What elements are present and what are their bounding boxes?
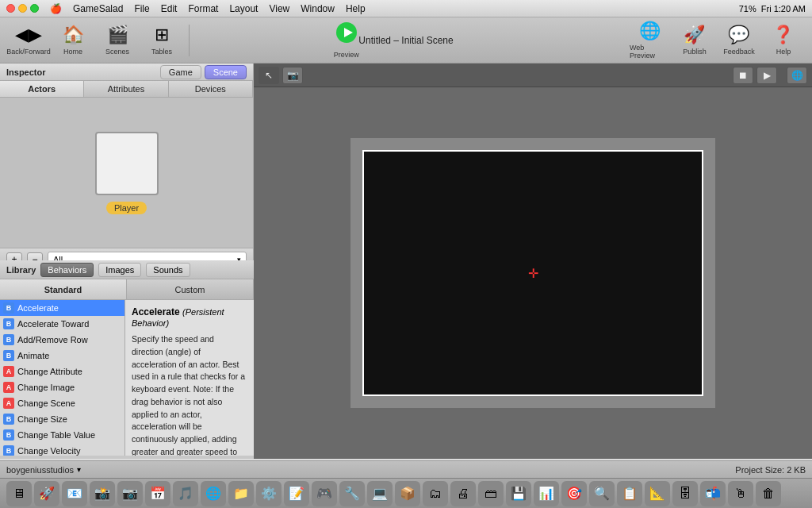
stop-button[interactable]: ⏹ (733, 67, 753, 84)
globe-button[interactable]: 🌐 (787, 67, 807, 84)
scene-area[interactable]: ✛ (254, 87, 812, 459)
tab-game[interactable]: Game (160, 65, 201, 79)
behavior-name: Change Table Value (17, 430, 95, 440)
gamesalad-menu[interactable]: GameSalad (73, 3, 123, 14)
behavior-icon-b: B (3, 318, 14, 329)
dock-app26[interactable]: 📬 (700, 481, 726, 506)
tab-sounds[interactable]: Sounds (146, 263, 190, 277)
tables-button[interactable]: ⊞ Tables (141, 21, 182, 60)
actor-area: Player (0, 98, 253, 248)
publish-icon: 🚀 (684, 25, 705, 45)
library-panel: Library Behaviors Images Sounds Standard… (0, 260, 254, 459)
maximize-button[interactable] (30, 4, 39, 13)
behavior-icon-b: B (3, 302, 14, 314)
dock-app18[interactable]: 🗃 (478, 481, 504, 506)
tab-devices[interactable]: Devices (169, 81, 253, 97)
dock-app5[interactable]: 📷 (117, 481, 143, 506)
home-label: Home (63, 48, 82, 56)
tab-behaviors[interactable]: Behaviors (40, 263, 94, 277)
dock-app12[interactable]: 🎮 (312, 481, 337, 506)
behavior-name: Change Velocity (17, 446, 81, 456)
web-preview-icon: 🌐 (639, 21, 661, 41)
behavior-detail-body: Specify the speed and direction (angle) … (132, 333, 247, 456)
tab-custom[interactable]: Custom (127, 279, 254, 299)
dock-app9[interactable]: 📁 (228, 481, 254, 506)
traffic-lights (6, 4, 39, 13)
behavior-change-table-value[interactable]: B Change Table Value (0, 427, 124, 443)
window-title: Untitled – Initial Scene (358, 35, 453, 46)
format-menu[interactable]: Format (188, 3, 218, 14)
behavior-add-remove-row[interactable]: B Add/Remove Row (0, 332, 124, 348)
behavior-change-attribute[interactable]: A Change Attribute (0, 364, 124, 379)
publish-button[interactable]: 🚀 Publish (674, 21, 715, 60)
dock-app6[interactable]: 📅 (145, 481, 170, 506)
home-button[interactable]: 🏠 Home (52, 21, 94, 60)
dock-launchpad[interactable]: 🚀 (34, 481, 59, 506)
dock-app21[interactable]: 🎯 (561, 481, 587, 506)
dock-app20[interactable]: 📊 (534, 481, 559, 506)
help-button[interactable]: ❓ Help (763, 21, 804, 60)
behavior-icon-b: B (3, 429, 14, 441)
dock-app15[interactable]: 📦 (395, 481, 420, 506)
dock-trash[interactable]: 🗑 (756, 481, 781, 506)
dock-app14[interactable]: 💻 (367, 481, 393, 506)
behavior-name: Change Attribute (17, 367, 82, 376)
behavior-change-image[interactable]: A Change Image (0, 379, 124, 395)
behavior-accelerate[interactable]: B Accelerate (0, 300, 124, 316)
dock-app19[interactable]: 💾 (506, 481, 531, 506)
layout-menu[interactable]: Layout (229, 3, 258, 14)
user-label[interactable]: boygeniusstudios (6, 465, 74, 475)
help-menu[interactable]: Help (346, 3, 366, 14)
feedback-button[interactable]: 💬 Feedback (718, 21, 760, 60)
dock-app4[interactable]: 📸 (90, 481, 115, 506)
dock-app22[interactable]: 🔍 (589, 481, 615, 506)
library-type-tabs: Standard Custom (0, 279, 254, 300)
minimize-button[interactable] (18, 4, 27, 13)
behavior-change-scene[interactable]: A Change Scene (0, 395, 124, 411)
behavior-name: Animate (17, 351, 49, 360)
file-menu[interactable]: File (134, 3, 149, 14)
scenes-button[interactable]: 🎬 Scenes (97, 21, 138, 60)
tab-images[interactable]: Images (98, 263, 141, 277)
dropdown-arrow-icon: ▾ (77, 465, 81, 474)
view-menu[interactable]: View (269, 3, 289, 14)
dock-app27[interactable]: 🖱 (728, 481, 753, 506)
dock-app16[interactable]: 🗂 (423, 481, 448, 506)
web-preview-button[interactable]: 🌐 Web Preview (630, 21, 671, 60)
tab-scene[interactable]: Scene (205, 65, 247, 79)
select-tool-button[interactable]: ↖ (259, 67, 279, 84)
dock-app23[interactable]: 📋 (617, 481, 642, 506)
play-button[interactable]: ▶ (756, 67, 777, 84)
window-menu[interactable]: Window (301, 3, 335, 14)
dock-app3[interactable]: 📧 (62, 481, 87, 506)
dock-app17[interactable]: 🖨 (450, 481, 476, 506)
tab-standard[interactable]: Standard (0, 279, 127, 299)
close-button[interactable] (6, 4, 15, 13)
camera-icon: 📷 (287, 70, 299, 81)
dock-finder[interactable]: 🖥 (6, 481, 32, 506)
behavior-list: B Accelerate B Accelerate Toward B Add/R… (0, 300, 125, 456)
camera-tool-button[interactable]: 📷 (282, 67, 303, 84)
dock-app13[interactable]: 🔧 (339, 481, 365, 506)
behavior-animate[interactable]: B Animate (0, 348, 124, 364)
tab-attributes[interactable]: Attributes (84, 81, 168, 97)
dock-app11[interactable]: 📝 (284, 481, 309, 506)
behavior-name: Accelerate (17, 303, 59, 313)
toolbar: ◀▶ Back/Forward 🏠 Home 🎬 Scenes ⊞ Tables… (0, 17, 812, 64)
actor-sprite[interactable] (95, 132, 159, 195)
dock-app8[interactable]: 🌐 (201, 481, 226, 506)
apple-menu[interactable]: 🍎 (50, 3, 62, 14)
edit-menu[interactable]: Edit (161, 3, 178, 14)
scene-canvas[interactable]: ✛ (362, 150, 703, 396)
dock-app24[interactable]: 📐 (645, 481, 670, 506)
library-title: Library (6, 265, 36, 275)
dock-app7[interactable]: 🎵 (173, 481, 198, 506)
back-forward-button[interactable]: ◀▶ Back/Forward (8, 21, 49, 60)
dock-app10[interactable]: ⚙️ (256, 481, 282, 506)
behavior-accelerate-toward[interactable]: B Accelerate Toward (0, 316, 124, 332)
behavior-icon-b: B (3, 445, 14, 456)
dock-app25[interactable]: 🗄 (672, 481, 698, 506)
tab-actors[interactable]: Actors (0, 81, 84, 97)
behavior-change-size[interactable]: B Change Size (0, 411, 124, 427)
behavior-change-velocity[interactable]: B Change Velocity (0, 443, 124, 456)
